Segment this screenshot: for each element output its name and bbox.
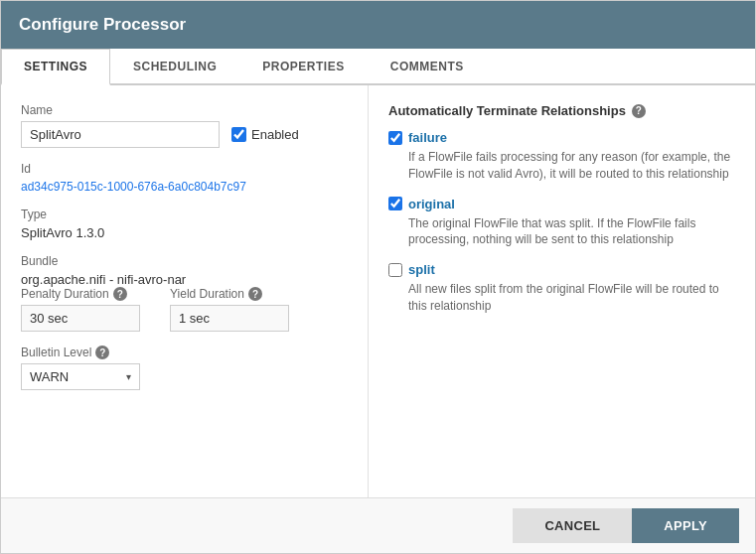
relationship-split-name: split xyxy=(408,262,435,277)
relationships-section-title: Automatically Terminate Relationships ? xyxy=(388,103,735,118)
tab-bar: SETTINGS SCHEDULING PROPERTIES COMMENTS xyxy=(1,49,755,85)
bulletin-level-value: WARN xyxy=(30,369,69,384)
tab-scheduling[interactable]: SCHEDULING xyxy=(110,49,239,83)
configure-processor-dialog: Configure Processor SETTINGS SCHEDULING … xyxy=(0,0,756,554)
left-panel: Name Enabled Id ad34c975-015c-1000-676a-… xyxy=(1,85,369,497)
relationship-split-desc: All new files split from the original Fl… xyxy=(408,281,735,315)
duration-row: Penalty Duration ? Yield Duration ? xyxy=(21,287,348,332)
penalty-duration-input[interactable] xyxy=(21,305,140,332)
relationship-original-name: original xyxy=(408,197,455,211)
tab-settings[interactable]: SETTINGS xyxy=(1,49,110,85)
relationship-original-desc: The original FlowFile that was split. If… xyxy=(408,215,735,249)
penalty-duration-field: Penalty Duration ? xyxy=(21,287,140,332)
id-value: ad34c975-015c-1000-676a-6a0c804b7c97 xyxy=(21,180,348,194)
bundle-label: Bundle xyxy=(21,254,348,268)
yield-duration-input[interactable] xyxy=(170,305,289,332)
content-area: Name Enabled Id ad34c975-015c-1000-676a-… xyxy=(1,85,755,497)
right-panel: Automatically Terminate Relationships ? … xyxy=(369,85,755,497)
relationship-split: split All new files split from the origi… xyxy=(388,262,735,315)
relationship-split-checkbox[interactable] xyxy=(388,263,402,277)
type-label: Type xyxy=(21,208,348,221)
penalty-help-icon[interactable]: ? xyxy=(113,287,127,301)
name-row: Enabled xyxy=(21,121,348,148)
enabled-checkbox-label: Enabled xyxy=(231,127,299,142)
bulletin-help-icon[interactable]: ? xyxy=(95,346,109,359)
relationship-failure-header: failure xyxy=(388,130,735,145)
name-input[interactable] xyxy=(21,121,220,148)
id-label: Id xyxy=(21,162,348,176)
yield-duration-field: Yield Duration ? xyxy=(170,287,289,332)
dialog-header: Configure Processor xyxy=(1,1,755,49)
cancel-button[interactable]: CANCEL xyxy=(513,508,632,543)
apply-button[interactable]: APPLY xyxy=(632,508,739,543)
relationship-original: original The original FlowFile that was … xyxy=(388,197,735,249)
relationship-original-header: original xyxy=(388,197,735,211)
type-value: SplitAvro 1.3.0 xyxy=(21,225,348,240)
relationship-original-checkbox[interactable] xyxy=(388,197,402,210)
chevron-down-icon: ▾ xyxy=(126,371,131,382)
relationships-help-icon[interactable]: ? xyxy=(632,104,646,118)
relationship-failure-checkbox[interactable] xyxy=(388,131,402,145)
relationship-failure-name: failure xyxy=(408,130,447,145)
relationship-split-header: split xyxy=(388,262,735,277)
bulletin-level-select[interactable]: WARN ▾ xyxy=(21,363,140,390)
relationship-failure: failure If a FlowFile fails processing f… xyxy=(388,130,735,183)
name-label: Name xyxy=(21,103,348,117)
tab-properties[interactable]: PROPERTIES xyxy=(239,49,367,83)
enabled-checkbox[interactable] xyxy=(231,127,246,142)
tab-comments[interactable]: COMMENTS xyxy=(368,49,487,83)
penalty-duration-label: Penalty Duration ? xyxy=(21,287,140,301)
relationship-failure-desc: If a FlowFile fails processing for any r… xyxy=(408,149,735,183)
bulletin-section: Bulletin Level ? WARN ▾ xyxy=(21,346,348,390)
enabled-label: Enabled xyxy=(251,127,299,142)
bundle-value: org.apache.nifi - nifi-avro-nar xyxy=(21,272,348,287)
dialog-body: SETTINGS SCHEDULING PROPERTIES COMMENTS … xyxy=(1,49,755,497)
dialog-footer: CANCEL APPLY xyxy=(1,497,755,553)
bulletin-level-label: Bulletin Level ? xyxy=(21,346,348,359)
yield-help-icon[interactable]: ? xyxy=(248,287,262,301)
dialog-title: Configure Processor xyxy=(19,15,186,34)
yield-duration-label: Yield Duration ? xyxy=(170,287,289,301)
